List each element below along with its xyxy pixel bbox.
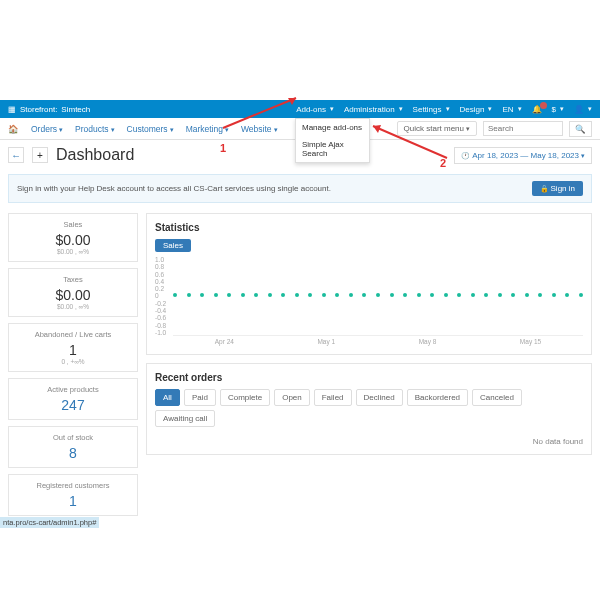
- date-range-button[interactable]: Apr 18, 2023 — May 18, 2023: [454, 147, 592, 164]
- filter-backordered[interactable]: Backordered: [407, 389, 468, 406]
- filter-all[interactable]: All: [155, 389, 180, 406]
- notif-badge: [540, 102, 547, 109]
- signin-button[interactable]: Sign in: [532, 181, 583, 196]
- annotation-2: 2: [440, 157, 446, 169]
- notice-text: Sign in with your Help Desk account to a…: [17, 184, 331, 193]
- recent-orders-title: Recent orders: [155, 372, 583, 383]
- user-icon[interactable]: 👤: [574, 105, 592, 114]
- filter-paid[interactable]: Paid: [184, 389, 216, 406]
- stat-card[interactable]: Abandoned / Live carts10 , +∞%: [8, 323, 138, 372]
- menu-addons[interactable]: Add-ons: [296, 105, 334, 114]
- nav-customers[interactable]: Customers: [127, 124, 174, 134]
- stats-sidebar: Sales$0.00$0.00 , ∞%Taxes$0.00$0.00 , ∞%…: [8, 213, 138, 516]
- filter-failed[interactable]: Failed: [314, 389, 352, 406]
- menu-administration[interactable]: Administration: [344, 105, 403, 114]
- storefront-label: Storefront:: [20, 105, 57, 114]
- search-input[interactable]: [483, 121, 563, 136]
- stat-value: $0.00: [15, 287, 131, 303]
- stat-label: Sales: [15, 220, 131, 229]
- nav-products[interactable]: Products: [75, 124, 115, 134]
- no-data-label: No data found: [155, 437, 583, 446]
- url-tooltip: nta.pro/cs-cart/admin1.php#: [0, 517, 99, 528]
- home-icon[interactable]: 🏠: [8, 124, 19, 134]
- filter-canceled[interactable]: Canceled: [472, 389, 522, 406]
- nav-orders[interactable]: Orders: [31, 124, 63, 134]
- page-title: Dashboard: [56, 146, 134, 164]
- dropdown-simple-ajax[interactable]: Simple Ajax Search: [296, 136, 369, 162]
- stat-sub: 0 , +∞%: [15, 358, 131, 365]
- stat-label: Taxes: [15, 275, 131, 284]
- back-button[interactable]: ←: [8, 147, 24, 163]
- filter-open[interactable]: Open: [274, 389, 310, 406]
- top-bar: ▦ Storefront: Simtech Add-ons Administra…: [0, 100, 600, 118]
- stat-label: Out of stock: [15, 433, 131, 442]
- stat-value: 247: [15, 397, 131, 413]
- menu-currency[interactable]: $: [552, 105, 564, 114]
- statistics-title: Statistics: [155, 222, 583, 233]
- dropdown-manage-addons[interactable]: Manage add-ons: [296, 119, 369, 136]
- quickstart-button[interactable]: Quick start menu: [397, 121, 477, 136]
- stat-card[interactable]: Taxes$0.00$0.00 , ∞%: [8, 268, 138, 317]
- filter-declined[interactable]: Declined: [356, 389, 403, 406]
- filter-complete[interactable]: Complete: [220, 389, 270, 406]
- stat-card[interactable]: Out of stock8: [8, 426, 138, 468]
- stat-sub: $0.00 , ∞%: [15, 303, 131, 310]
- nav-website[interactable]: Website: [241, 124, 278, 134]
- signin-notice: Sign in with your Help Desk account to a…: [8, 174, 592, 203]
- sales-tab[interactable]: Sales: [155, 239, 191, 252]
- bell-icon[interactable]: [532, 105, 542, 114]
- statistics-panel: Statistics Sales 1.00.80.60.40.20-0.2-0.…: [146, 213, 592, 355]
- sales-chart: 1.00.80.60.40.20-0.2-0.4-0.6-0.8-1.0 Apr…: [155, 256, 583, 346]
- stat-label: Active products: [15, 385, 131, 394]
- stat-value: 1: [15, 493, 131, 509]
- stat-value: 8: [15, 445, 131, 461]
- stat-label: Abandoned / Live carts: [15, 330, 131, 339]
- stat-card[interactable]: Sales$0.00$0.00 , ∞%: [8, 213, 138, 262]
- menu-lang[interactable]: EN: [502, 105, 521, 114]
- addons-dropdown: Manage add-ons Simple Ajax Search: [295, 118, 370, 163]
- search-button[interactable]: 🔍: [569, 121, 592, 137]
- stat-card[interactable]: Registered customers1: [8, 474, 138, 516]
- order-filters: AllPaidCompleteOpenFailedDeclinedBackord…: [155, 389, 583, 427]
- stat-card[interactable]: Active products247: [8, 378, 138, 420]
- menu-settings[interactable]: Settings: [413, 105, 450, 114]
- expand-button[interactable]: +: [32, 147, 48, 163]
- stat-sub: $0.00 , ∞%: [15, 248, 131, 255]
- stat-value: $0.00: [15, 232, 131, 248]
- recent-orders-panel: Recent orders AllPaidCompleteOpenFailedD…: [146, 363, 592, 455]
- stat-label: Registered customers: [15, 481, 131, 490]
- stat-value: 1: [15, 342, 131, 358]
- grid-icon[interactable]: ▦: [8, 105, 16, 114]
- storefront-name[interactable]: Simtech: [61, 105, 90, 114]
- menu-design[interactable]: Design: [460, 105, 493, 114]
- annotation-1: 1: [220, 142, 226, 154]
- filter-awaiting-call[interactable]: Awaiting call: [155, 410, 215, 427]
- nav-marketing[interactable]: Marketing: [186, 124, 229, 134]
